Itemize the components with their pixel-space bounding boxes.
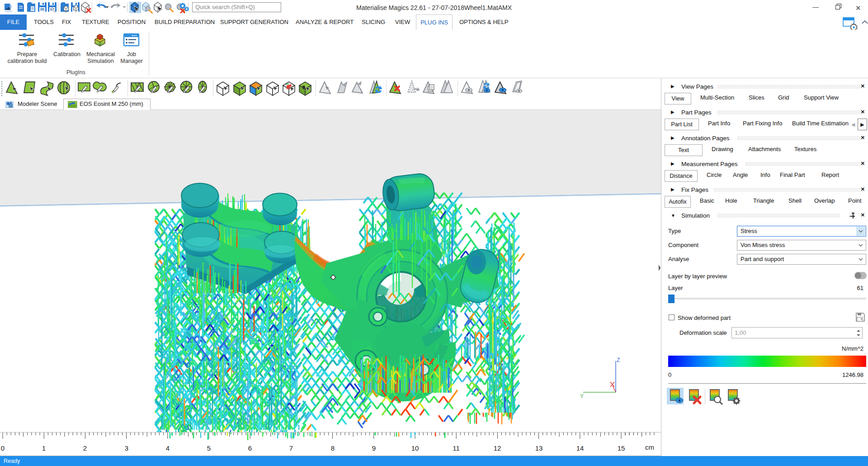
svg-text:7: 7 [289,444,293,452]
svg-text:Y: Y [580,393,584,399]
svg-text:5: 5 [207,444,211,452]
svg-text:14: 14 [576,444,584,452]
svg-text:Z: Z [617,357,620,363]
svg-text:1: 1 [42,444,46,452]
svg-text:3: 3 [125,444,128,452]
svg-text:10: 10 [411,444,419,452]
svg-text:4: 4 [166,444,170,452]
svg-text:12: 12 [494,444,501,452]
svg-text:cm: cm [645,443,654,451]
svg-text:2: 2 [83,444,87,452]
svg-text:11: 11 [453,444,460,452]
svg-text:13: 13 [535,444,543,452]
svg-text:0: 0 [1,444,5,452]
svg-text:8: 8 [331,444,335,452]
svg-text:15: 15 [618,444,625,452]
svg-text:6: 6 [248,444,252,452]
svg-text:9: 9 [372,444,376,452]
